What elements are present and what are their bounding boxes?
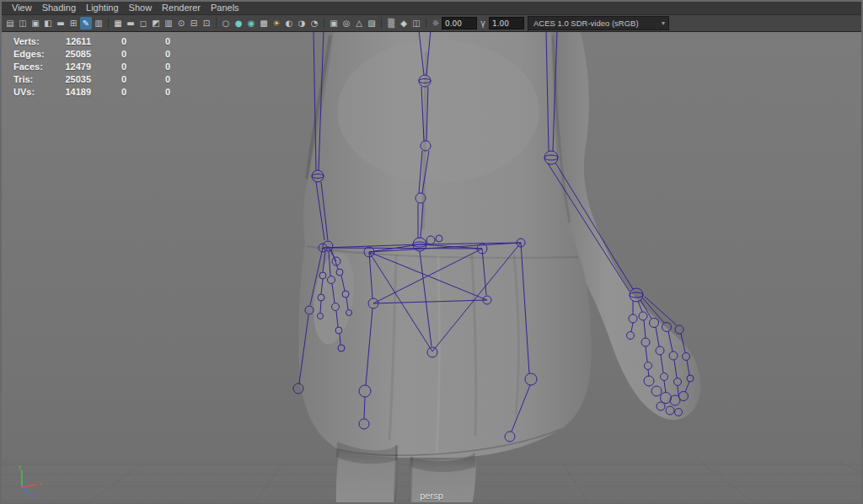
film-gate-icon[interactable]: ▬	[125, 17, 137, 29]
hud-label: Verts:	[13, 35, 57, 48]
hud-col2: 0	[91, 61, 126, 73]
hud-row-edges: Edges: 25085 0 0	[13, 48, 170, 61]
hud-label: Edges:	[13, 48, 57, 61]
hud-total: 12611	[57, 35, 91, 48]
fog-icon[interactable]: ▒	[385, 17, 397, 29]
clapperboard-icon[interactable]: ▥	[93, 17, 105, 29]
toolbar-separator	[216, 18, 217, 29]
gamma-field[interactable]	[489, 17, 524, 29]
menu-view[interactable]: View	[7, 2, 37, 14]
wireframe-icon[interactable]: ○	[220, 17, 232, 29]
camera-name-label: persp	[2, 491, 861, 501]
hud-label: Tris:	[13, 73, 57, 86]
axis-x-label: x	[39, 481, 42, 487]
hud-col2: 0	[91, 73, 126, 86]
poly-count-hud: Verts: 12611 0 0 Edges: 25085 0 0 Faces:…	[13, 35, 170, 99]
pane-layout-icon[interactable]: ◫	[410, 17, 422, 29]
depth-of-field-icon[interactable]: ◎	[340, 17, 352, 29]
viewport[interactable]: Verts: 12611 0 0 Edges: 25085 0 0 Faces:…	[2, 32, 861, 502]
panel-menu-bar: View Shading Lighting Show Renderer Pane…	[2, 2, 861, 14]
x-ray-icon[interactable]: ▨	[366, 17, 378, 29]
camera-attributes-icon[interactable]: ▣	[29, 17, 41, 29]
safe-action-icon[interactable]: ⊙	[175, 17, 187, 29]
toolbar-separator	[324, 18, 324, 29]
hud-row-tris: Tris: 25035 0 0	[13, 73, 170, 86]
axis-y-label: y	[19, 464, 22, 470]
hud-row-verts: Verts: 12611 0 0	[13, 35, 170, 48]
lock-camera-icon[interactable]: ◫	[17, 17, 29, 29]
bookmarks-icon[interactable]: ◧	[42, 17, 54, 29]
multisample-icon[interactable]: ▣	[328, 17, 340, 29]
hud-row-uvs: UVs: 14189 0 0	[13, 86, 170, 99]
gate-mask-icon[interactable]: ◩	[150, 17, 162, 29]
shading-tools-group: ○ ● ◉ ▩ ☀ ◐ ◑ ◔	[220, 17, 320, 29]
hud-row-faces: Faces: 12479 0 0	[13, 61, 170, 73]
menu-renderer[interactable]: Renderer	[157, 2, 206, 14]
hud-col3: 0	[126, 61, 170, 73]
hud-col3: 0	[126, 48, 170, 61]
hud-toggle-icon[interactable]: ⊡	[201, 17, 212, 29]
menu-show[interactable]: Show	[124, 2, 158, 14]
hud-col2: 0	[91, 48, 126, 61]
motion-blur-icon[interactable]: ◔	[308, 17, 320, 29]
pan-zoom-icon[interactable]: ⊞	[67, 17, 79, 29]
lights-icon[interactable]: ☀	[271, 17, 282, 29]
hud-col3: 0	[126, 73, 170, 86]
shadows-icon[interactable]: ◐	[283, 17, 295, 29]
hud-total: 25085	[57, 48, 91, 61]
field-chart-icon[interactable]: ▥	[163, 17, 174, 29]
display-extras-group: ▒ ◆ ◫	[385, 17, 422, 29]
grid-icon[interactable]: ▦	[112, 17, 124, 29]
panel-toolbar: ▤ ◫ ▣ ◧ ▬ ⊞ ✎ ▥ ▦ ▬ ◻ ◩ ▥ ⊙ ⊟ ⊡ ○ ● ◉ ▩ …	[2, 14, 861, 32]
hud-col3: 0	[126, 35, 170, 48]
menu-lighting[interactable]: Lighting	[81, 2, 124, 14]
smooth-shade-icon[interactable]: ●	[233, 17, 244, 29]
isolate-select-icon[interactable]: △	[353, 17, 365, 29]
ambient-occlusion-icon[interactable]: ◑	[296, 17, 308, 29]
hud-label: Faces:	[13, 61, 57, 73]
flat-shade-icon[interactable]: ◉	[245, 17, 257, 29]
exposure-field[interactable]	[442, 17, 477, 29]
exposure-icon[interactable]: ☼	[430, 19, 442, 28]
resolution-gate-icon[interactable]: ◻	[137, 17, 149, 29]
character-mesh[interactable]	[298, 32, 700, 502]
toolbar-separator	[108, 18, 109, 29]
colorspace-value: ACES 1.0 SDR-video (sRGB)	[533, 19, 639, 28]
chevron-down-icon: ▾	[660, 19, 667, 27]
render-toggles-group: ▣ ◎ △ ▨	[328, 17, 378, 29]
menu-shading[interactable]: Shading	[37, 2, 81, 14]
hud-label: UVs:	[13, 86, 57, 99]
textured-icon[interactable]: ▩	[258, 17, 270, 29]
hud-col2: 0	[91, 86, 126, 99]
select-camera-icon[interactable]: ▤	[4, 17, 16, 29]
gate-tools-group: ▦ ▬ ◻ ◩ ▥ ⊙ ⊟ ⊡	[112, 17, 212, 29]
hud-total: 14189	[57, 86, 91, 99]
toolbar-separator	[426, 18, 426, 29]
paint-effects-icon[interactable]: ◆	[398, 17, 410, 29]
gamma-icon[interactable]: γ	[477, 19, 489, 28]
camera-tools-group: ▤ ◫ ▣ ◧ ▬ ⊞ ✎ ▥	[4, 17, 105, 29]
safe-title-icon[interactable]: ⊟	[188, 17, 200, 29]
hud-total: 25035	[57, 73, 91, 86]
colorspace-dropdown[interactable]: ACES 1.0 SDR-video (sRGB) ▾	[528, 16, 669, 30]
menu-panels[interactable]: Panels	[206, 2, 244, 14]
hud-col2: 0	[91, 35, 126, 48]
hud-total: 12479	[57, 61, 91, 73]
maya-panel-window: View Shading Lighting Show Renderer Pane…	[0, 0, 863, 504]
toolbar-separator	[381, 18, 382, 29]
scene-canvas[interactable]	[2, 32, 861, 502]
hud-col3: 0	[126, 86, 170, 99]
grease-pencil-icon[interactable]: ✎	[80, 17, 92, 29]
image-plane-icon[interactable]: ▬	[55, 17, 67, 29]
